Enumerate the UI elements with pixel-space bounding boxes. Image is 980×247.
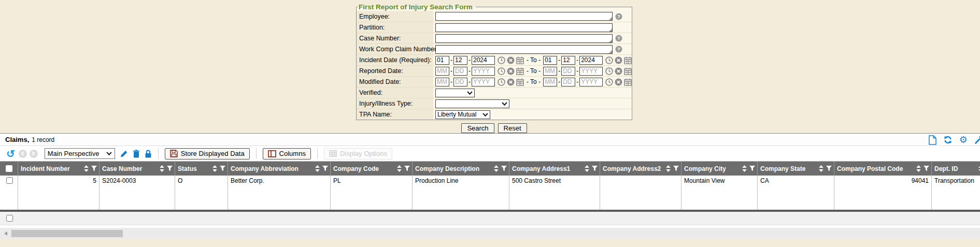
perspective-select[interactable]: Main Perspective <box>45 148 115 159</box>
employee-input[interactable] <box>435 12 613 21</box>
help-icon[interactable]: ? <box>615 35 622 42</box>
new-document-icon[interactable] <box>929 135 936 145</box>
store-displayed-data-button[interactable]: Store Displayed Data <box>165 148 250 159</box>
column-header-company-address1[interactable]: Company Address1 <box>509 162 600 176</box>
filter-funnel-icon[interactable] <box>673 166 679 171</box>
calendar-icon[interactable] <box>624 78 632 86</box>
reported-to-dd-input[interactable] <box>561 67 575 76</box>
modified-to-yyyy-input[interactable] <box>579 78 603 86</box>
partition-input[interactable] <box>435 23 613 32</box>
reported-from-yyyy-input[interactable] <box>472 67 495 76</box>
time-icon[interactable] <box>498 56 505 64</box>
horizontal-scrollbar[interactable] <box>0 228 980 239</box>
incident-from-yyyy-input[interactable] <box>472 56 495 65</box>
display-options-button[interactable]: Display Options <box>324 148 392 159</box>
tpa-name-select[interactable]: Liberty Mutual <box>435 110 490 119</box>
calendar-icon[interactable] <box>516 78 524 86</box>
verified-select[interactable] <box>435 89 475 97</box>
sort-icon[interactable] <box>494 165 499 172</box>
reported-to-yyyy-input[interactable] <box>579 67 603 76</box>
time-icon[interactable] <box>605 67 613 75</box>
sort-icon[interactable] <box>916 165 921 172</box>
modified-from-mm-input[interactable] <box>435 78 449 86</box>
modified-to-dd-input[interactable] <box>561 78 575 86</box>
incident-to-mm-input[interactable] <box>543 56 557 65</box>
sort-icon[interactable] <box>212 165 217 172</box>
clear-date-icon[interactable] <box>507 78 515 86</box>
sort-icon[interactable] <box>585 165 589 172</box>
incident-to-yyyy-input[interactable] <box>579 56 603 65</box>
filter-funnel-icon[interactable] <box>749 166 755 171</box>
column-header-company-state[interactable]: Company State <box>758 162 834 176</box>
calendar-icon[interactable] <box>516 67 524 75</box>
clear-date-icon[interactable] <box>507 56 515 64</box>
column-header-incident-number[interactable]: Incident Number <box>18 162 100 176</box>
next-icon[interactable] <box>30 150 38 158</box>
column-header-company-code[interactable]: Company Code <box>331 162 413 176</box>
scroll-left-arrow-icon[interactable] <box>4 231 7 236</box>
clear-date-icon[interactable] <box>615 78 622 86</box>
time-icon[interactable] <box>498 78 505 86</box>
time-icon[interactable] <box>498 67 505 75</box>
footer-checkbox[interactable] <box>6 215 13 222</box>
sort-icon[interactable] <box>666 165 671 172</box>
filter-funnel-icon[interactable] <box>167 166 173 171</box>
column-header-company-description[interactable]: Company Description <box>413 162 509 176</box>
modified-from-dd-input[interactable] <box>453 78 467 86</box>
injury-type-select[interactable] <box>435 99 509 108</box>
sort-icon[interactable] <box>742 165 747 172</box>
filter-funnel-icon[interactable] <box>322 166 328 171</box>
filter-funnel-icon[interactable] <box>924 166 929 171</box>
calendar-icon[interactable] <box>624 67 632 75</box>
tools-wrench-icon[interactable] <box>974 135 980 144</box>
filter-funnel-icon[interactable] <box>826 166 832 171</box>
modified-from-yyyy-input[interactable] <box>472 78 495 86</box>
time-icon[interactable] <box>605 56 613 64</box>
lock-icon[interactable] <box>145 150 152 158</box>
select-all-checkbox[interactable] <box>6 165 12 172</box>
select-all-header-cell[interactable] <box>0 162 18 176</box>
columns-button[interactable]: Columns <box>263 148 311 159</box>
reported-to-mm-input[interactable] <box>543 67 557 76</box>
filter-funnel-icon[interactable] <box>91 166 97 171</box>
calendar-icon[interactable] <box>516 56 524 64</box>
incident-from-mm-input[interactable] <box>435 56 449 65</box>
settings-gear-icon[interactable]: ⚙ <box>959 135 968 144</box>
reset-button[interactable]: Reset <box>498 123 527 133</box>
filter-funnel-icon[interactable] <box>220 166 225 171</box>
reported-from-dd-input[interactable] <box>453 67 467 76</box>
column-header-company-postal-code[interactable]: Company Postal Code <box>834 162 932 176</box>
search-button[interactable]: Search <box>461 123 494 133</box>
modified-to-mm-input[interactable] <box>543 78 557 86</box>
sort-icon[interactable] <box>819 165 823 172</box>
scrollbar-thumb[interactable] <box>11 230 123 237</box>
column-header-company-address2[interactable]: Company Address2 <box>600 162 681 176</box>
help-icon[interactable]: ? <box>615 13 622 20</box>
clear-date-icon[interactable] <box>507 67 515 75</box>
edit-pencil-icon[interactable] <box>120 150 128 158</box>
sort-icon[interactable] <box>84 165 89 172</box>
filter-funnel-icon[interactable] <box>501 166 507 171</box>
column-header-status[interactable]: Status <box>175 162 228 176</box>
row-checkbox[interactable] <box>6 177 13 184</box>
column-header-company-abbreviation[interactable]: Company Abbreviation <box>228 162 331 176</box>
calendar-icon[interactable] <box>624 56 632 64</box>
case-number-input[interactable] <box>435 34 613 43</box>
incident-from-dd-input[interactable] <box>453 56 467 65</box>
sort-icon[interactable] <box>315 165 320 172</box>
previous-icon[interactable] <box>19 150 27 158</box>
help-icon[interactable]: ? <box>615 46 622 53</box>
clear-date-icon[interactable] <box>615 56 622 64</box>
sort-icon[interactable] <box>397 165 402 172</box>
sort-icon[interactable] <box>160 165 164 172</box>
refresh-icon[interactable] <box>943 135 953 144</box>
column-header-company-city[interactable]: Company City <box>681 162 758 176</box>
clear-date-icon[interactable] <box>615 67 622 75</box>
delete-trash-icon[interactable] <box>133 150 140 158</box>
column-header-dept-id[interactable]: Dept. ID <box>932 162 980 176</box>
column-header-case-number[interactable]: Case Number <box>100 162 175 176</box>
undo-icon[interactable]: ↺ <box>6 149 15 159</box>
time-icon[interactable] <box>605 78 613 86</box>
filter-funnel-icon[interactable] <box>404 166 410 171</box>
incident-to-dd-input[interactable] <box>561 56 575 65</box>
